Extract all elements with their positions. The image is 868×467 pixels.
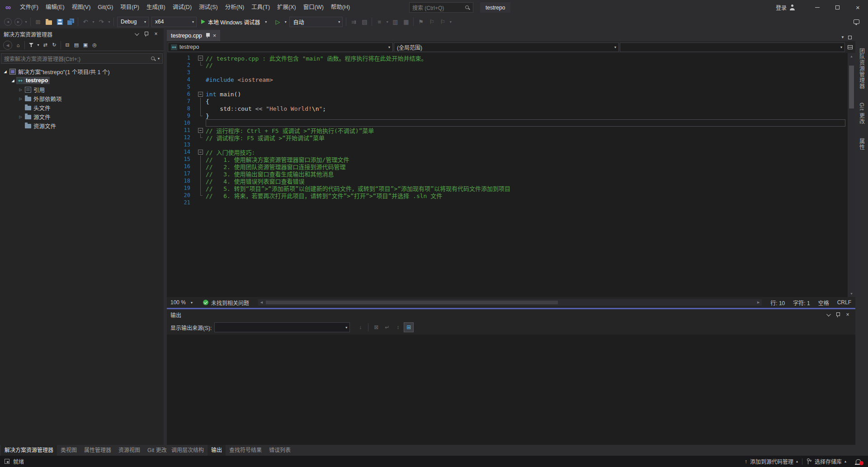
tree-item-project-testrepo[interactable]: ◢testrepo — [0, 76, 164, 85]
code-line-13[interactable]: 13 — [167, 141, 855, 148]
fold-collapse-icon[interactable]: − — [198, 92, 203, 97]
tree-expander-icon[interactable]: ▷ — [17, 88, 24, 92]
window-position-icon[interactable] — [824, 311, 832, 319]
properties-icon[interactable]: ▣ — [81, 41, 90, 50]
tab-resource-view[interactable]: 资源视图 — [115, 445, 144, 456]
output-content[interactable] — [167, 335, 855, 445]
word-wrap-icon[interactable]: ↵ — [382, 322, 392, 332]
save-all-icon[interactable] — [65, 16, 76, 27]
spaces-indicator[interactable]: 空格 — [814, 299, 833, 307]
menu-analyze[interactable]: 分析(N) — [222, 0, 248, 15]
tree-item-external-dependencies[interactable]: ▷外部依赖项 — [0, 94, 164, 103]
code-line-2[interactable]: 2// — [167, 61, 855, 69]
code-line-1[interactable]: 1−// testrepo.cpp : 此文件包含 "main" 函数。程序执行… — [167, 54, 855, 61]
scroll-up-icon[interactable]: ▲ — [848, 53, 855, 60]
debug-target-dropdown[interactable]: 自动▾ — [289, 17, 343, 27]
scrollbar-thumb[interactable] — [849, 66, 854, 108]
line-operations-icon[interactable]: ≡ — [374, 16, 385, 27]
undo-icon[interactable]: ↶ — [80, 16, 91, 27]
search-options-caret-icon[interactable]: ▾ — [156, 57, 160, 61]
code-line-6[interactable]: 6−int main() — [167, 90, 855, 98]
code-line-12[interactable]: 12// 调试程序: F5 或调试 >“开始调试”菜单 — [167, 134, 855, 141]
close-panel-icon[interactable]: × — [844, 311, 852, 319]
column-indicator[interactable]: 字符: 1 — [789, 299, 814, 307]
member-dropdown[interactable]: ▾ — [620, 42, 845, 52]
solution-platform-dropdown[interactable]: x64▾ — [151, 17, 197, 27]
collapse-all-icon[interactable]: ⊟ — [63, 41, 72, 50]
bookmark-previous-icon[interactable]: ⚐ — [426, 16, 437, 27]
code-line-4[interactable]: 4#include <iostream> — [167, 76, 855, 83]
redo-icon[interactable]: ↷ — [96, 16, 107, 27]
open-file-icon[interactable] — [43, 16, 54, 27]
tab-solution-explorer[interactable]: 解决方案资源管理器 — [1, 445, 57, 456]
menu-view[interactable]: 视图(V) — [68, 0, 94, 15]
switch-views-icon[interactable]: ⌂ — [14, 41, 23, 50]
tree-expander-icon[interactable]: ◢ — [2, 70, 9, 74]
document-health-indicator[interactable]: 未找到相关问题 — [198, 299, 254, 307]
start-without-debugging-icon[interactable]: ▷ — [272, 16, 283, 27]
back-icon[interactable]: ◄ — [3, 41, 12, 50]
nav-back-icon[interactable]: ◄ — [4, 18, 12, 26]
code-line-20[interactable]: 20// 6. 将来，若要再次打开此项目，请转到“文件”>“打开”>“项目”并选… — [167, 192, 855, 199]
menu-edit[interactable]: 编辑(E) — [42, 0, 68, 15]
tree-expander-icon[interactable]: ▷ — [17, 97, 24, 101]
select-repository-button[interactable]: 选择存储库 ▴ — [802, 458, 850, 465]
bookmark-next-icon[interactable]: ⚐ — [437, 16, 448, 27]
close-panel-icon[interactable]: × — [152, 30, 160, 38]
split-window-button[interactable] — [848, 45, 853, 49]
tab-error-list[interactable]: 错误列表 — [265, 445, 294, 456]
tab-git-changes-bottom[interactable]: Git 更改 — [144, 445, 170, 456]
filter-messages-icon[interactable]: ⊞ — [404, 322, 414, 332]
show-all-files-icon[interactable]: ▤ — [72, 41, 81, 50]
tab-pin-icon[interactable] — [205, 33, 210, 38]
code-line-21[interactable]: 21 — [167, 199, 855, 206]
tab-output[interactable]: 输出 — [208, 445, 226, 456]
menu-tools[interactable]: 工具(T) — [248, 0, 274, 15]
tab-call-hierarchy[interactable]: 调用层次结构 — [168, 445, 208, 456]
send-feedback-icon[interactable] — [851, 16, 862, 27]
vtab-team-explorer[interactable]: 团队资源管理器 — [858, 45, 866, 92]
project-dropdown[interactable]: testrepo ▾ — [168, 42, 393, 52]
tree-item-source-files[interactable]: ▷源文件 — [0, 112, 164, 121]
quick-actions-icon[interactable]: ▤ — [359, 16, 370, 27]
minimize-button[interactable] — [807, 0, 827, 15]
pin-icon[interactable] — [834, 311, 842, 319]
menu-window[interactable]: 窗口(W) — [300, 0, 327, 15]
code-editor[interactable]: 1−// testrepo.cpp : 此文件包含 "main" 函数。程序执行… — [167, 53, 855, 297]
menu-debug[interactable]: 调试(D) — [169, 0, 195, 15]
nav-history-dropdown[interactable]: ▾ — [24, 20, 28, 24]
scope-dropdown[interactable]: (全局范围) ▾ — [394, 42, 619, 52]
scroll-right-icon[interactable]: ▶ — [755, 301, 762, 304]
code-line-7[interactable]: 7{ — [167, 98, 855, 105]
code-line-3[interactable]: 3 — [167, 69, 855, 76]
comment-selection-icon[interactable]: ▥ — [390, 16, 401, 27]
tab-class-view[interactable]: 类视图 — [57, 445, 80, 456]
start-debugging-button[interactable]: 本地 Windows 调试器▾ — [198, 16, 272, 27]
undo-history-dropdown[interactable]: ▾ — [91, 20, 96, 24]
goto-message-icon[interactable]: ↓ — [355, 322, 365, 332]
notifications-button[interactable] — [850, 459, 863, 464]
background-tasks-icon[interactable] — [5, 459, 9, 464]
menu-help[interactable]: 帮助(H) — [327, 0, 354, 15]
uncomment-selection-icon[interactable]: ▦ — [401, 16, 411, 27]
attach-to-process-icon[interactable]: ⇉ — [348, 16, 359, 27]
tree-expander-icon[interactable]: ▷ — [17, 115, 24, 119]
refresh-icon[interactable]: ↻ — [50, 41, 59, 50]
add-to-source-control-button[interactable]: ↑ 添加到源代码管理 ▴ — [741, 458, 802, 465]
hscrollbar-thumb[interactable] — [266, 301, 558, 304]
code-line-9[interactable]: 9} — [167, 112, 855, 119]
tree-item-solution[interactable]: ◢解决方案"testrepo"(1 个项目/共 1 个) — [0, 67, 164, 76]
menu-file[interactable]: 文件(F) — [16, 0, 42, 15]
redo-history-dropdown[interactable]: ▾ — [107, 20, 112, 24]
nav-forward-icon[interactable]: ► — [14, 18, 22, 26]
close-button[interactable]: × — [848, 0, 868, 15]
save-icon[interactable] — [54, 16, 65, 27]
sync-active-document-icon[interactable]: ⇄ — [41, 41, 50, 50]
quick-search-box[interactable]: 搜索 (Ctrl+Q) — [409, 2, 473, 13]
eol-indicator[interactable]: CRLF — [833, 299, 855, 306]
fold-collapse-icon[interactable]: − — [198, 128, 203, 133]
tab-find-symbol-results[interactable]: 查找符号结果 — [226, 445, 265, 456]
editor-vertical-scrollbar[interactable]: ▲ ▼ — [848, 53, 855, 297]
clear-all-icon[interactable]: ⊠ — [371, 322, 381, 332]
tree-item-references[interactable]: ▷引用 — [0, 85, 164, 94]
